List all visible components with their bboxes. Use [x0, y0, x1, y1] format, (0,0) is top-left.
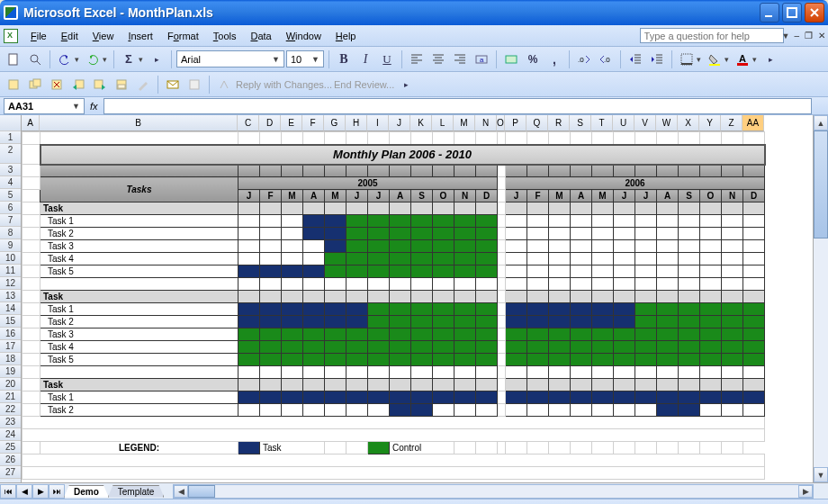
column-header[interactable]: L: [432, 115, 454, 131]
column-header[interactable]: F: [302, 115, 324, 131]
row-header[interactable]: 27: [0, 466, 21, 479]
align-center-button[interactable]: [428, 50, 448, 69]
currency-button[interactable]: [501, 50, 521, 69]
column-header[interactable]: J: [389, 115, 410, 131]
toolbar-options-button[interactable]: ▸: [396, 75, 416, 94]
borders-dropdown-icon[interactable]: ▾: [697, 55, 701, 64]
fx-icon[interactable]: fx: [90, 101, 98, 112]
row-header[interactable]: 6: [0, 202, 21, 214]
decrease-indent-button[interactable]: [626, 50, 645, 69]
scroll-thumb[interactable]: [188, 485, 215, 498]
column-header[interactable]: K: [410, 115, 432, 131]
review-icon-3[interactable]: [47, 75, 67, 94]
merge-center-button[interactable]: a: [472, 50, 491, 69]
column-header[interactable]: Z: [721, 115, 742, 131]
row-header[interactable]: 13: [0, 290, 21, 302]
review-icon-1[interactable]: [4, 75, 23, 94]
row-header[interactable]: 4: [0, 176, 21, 189]
review-next-button[interactable]: [90, 75, 110, 94]
menu-help[interactable]: Help: [328, 29, 364, 43]
row-header[interactable]: 3: [0, 164, 21, 176]
horizontal-scrollbar[interactable]: ◀ ▶: [173, 484, 814, 499]
undo-dropdown-icon[interactable]: ▾: [75, 55, 79, 64]
italic-button[interactable]: I: [356, 50, 375, 69]
menu-window[interactable]: Window: [279, 29, 328, 43]
column-header[interactable]: Y: [699, 115, 721, 131]
column-header[interactable]: U: [613, 115, 634, 131]
select-all-button[interactable]: [0, 115, 21, 131]
increase-decimal-button[interactable]: .0: [574, 50, 594, 69]
row-header[interactable]: 14: [0, 302, 21, 315]
row-header[interactable]: 11: [0, 265, 21, 277]
tab-prev-button[interactable]: ◀: [16, 484, 32, 499]
autosum-button[interactable]: Σ: [119, 50, 139, 69]
row-header[interactable]: 1: [0, 131, 21, 144]
print-preview-button[interactable]: [25, 50, 45, 69]
menu-file[interactable]: File: [23, 29, 54, 43]
menu-view[interactable]: View: [86, 29, 122, 43]
review-show-button[interactable]: [112, 75, 131, 94]
redo-dropdown-icon[interactable]: ▾: [103, 55, 107, 64]
window-maximize-button[interactable]: [782, 3, 802, 22]
bold-button[interactable]: B: [334, 50, 354, 69]
font-color-dropdown-icon[interactable]: ▾: [752, 55, 757, 64]
font-size-combo[interactable]: 10▼: [286, 50, 324, 68]
menu-data[interactable]: Data: [243, 29, 278, 43]
row-header[interactable]: 12: [0, 277, 21, 290]
doc-restore-button[interactable]: ❐: [805, 31, 813, 40]
row-header[interactable]: 17: [0, 340, 21, 353]
column-header[interactable]: O: [497, 115, 505, 131]
column-header[interactable]: V: [634, 115, 656, 131]
scroll-right-button[interactable]: ▶: [798, 485, 813, 498]
row-header[interactable]: 21: [0, 391, 21, 403]
column-header[interactable]: T: [591, 115, 613, 131]
column-header[interactable]: G: [324, 115, 346, 131]
menu-format[interactable]: Format: [160, 29, 206, 43]
fill-color-button[interactable]: [705, 50, 724, 69]
borders-button[interactable]: [677, 50, 697, 69]
row-header[interactable]: 8: [0, 227, 21, 239]
column-header[interactable]: W: [656, 115, 678, 131]
toolbar-options-button[interactable]: ▸: [147, 50, 166, 69]
doc-minimize-button[interactable]: –: [794, 31, 799, 40]
review-icon-2[interactable]: [25, 75, 45, 94]
row-header[interactable]: 20: [0, 378, 21, 391]
undo-button[interactable]: [55, 50, 75, 69]
row-header[interactable]: 5: [0, 189, 21, 202]
decrease-decimal-button[interactable]: .0: [596, 50, 616, 69]
row-header[interactable]: 25: [0, 441, 21, 454]
scroll-down-button[interactable]: ▼: [814, 467, 828, 482]
window-minimize-button[interactable]: [760, 3, 779, 22]
font-combo[interactable]: Arial▼: [176, 50, 284, 68]
tab-first-button[interactable]: ⏮: [0, 484, 16, 499]
row-header[interactable]: 22: [0, 403, 21, 416]
column-header[interactable]: D: [259, 115, 281, 131]
tab-next-button[interactable]: ▶: [32, 484, 49, 499]
column-header[interactable]: M: [454, 115, 475, 131]
name-box[interactable]: AA31▼: [4, 98, 85, 114]
row-header[interactable]: 24: [0, 428, 21, 441]
row-header[interactable]: 7: [0, 214, 21, 227]
row-header[interactable]: 2: [0, 144, 21, 164]
column-header[interactable]: B: [40, 115, 238, 131]
new-button[interactable]: [4, 50, 23, 69]
underline-button[interactable]: U: [377, 50, 397, 69]
column-header[interactable]: P: [505, 115, 526, 131]
column-header[interactable]: X: [678, 115, 699, 131]
row-header[interactable]: 15: [0, 315, 21, 328]
column-header[interactable]: N: [475, 115, 497, 131]
row-header[interactable]: 19: [0, 365, 21, 378]
autosum-dropdown-icon[interactable]: ▾: [139, 55, 143, 64]
menu-edit[interactable]: Edit: [54, 29, 86, 43]
formula-bar[interactable]: [104, 98, 812, 114]
sheet-tab-demo[interactable]: Demo: [64, 485, 109, 498]
doc-close-button[interactable]: ✕: [818, 31, 825, 40]
vertical-scrollbar[interactable]: ▲ ▼: [813, 115, 828, 482]
row-header[interactable]: 18: [0, 353, 21, 365]
increase-indent-button[interactable]: [647, 50, 667, 69]
column-header[interactable]: I: [367, 115, 389, 131]
scroll-thumb[interactable]: [814, 130, 828, 238]
fill-dropdown-icon[interactable]: ▾: [724, 55, 729, 64]
scroll-up-button[interactable]: ▲: [814, 115, 828, 130]
row-header[interactable]: 26: [0, 454, 21, 466]
